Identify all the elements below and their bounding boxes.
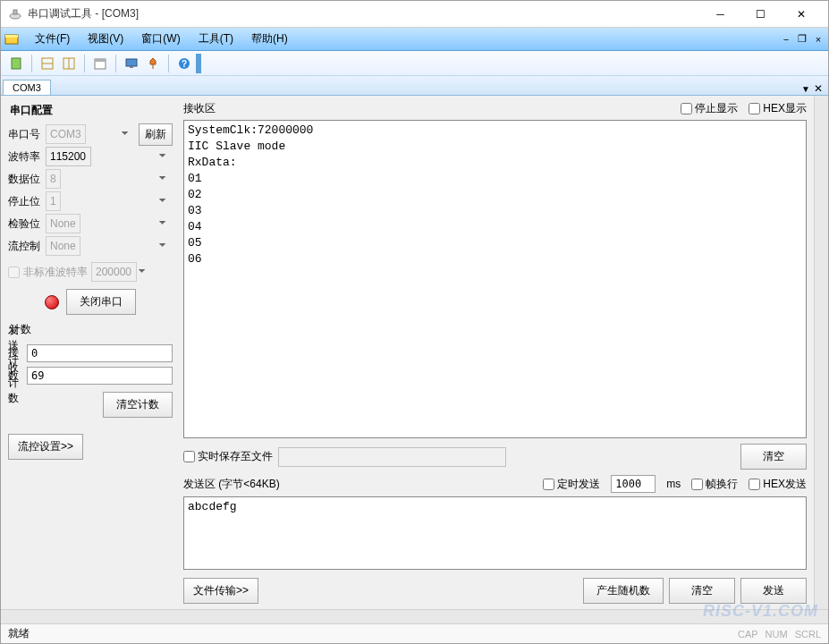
send-textarea[interactable]: abcdefg — [183, 496, 807, 570]
hex-display-label: HEX显示 — [763, 101, 807, 116]
flowctrl-select[interactable]: None — [46, 236, 80, 256]
flowctrl-label: 流控制 — [8, 239, 46, 254]
custom-baud-checkbox[interactable] — [8, 267, 20, 278]
receive-group: 接收区 停止显示 HEX显示 SystemClk:72000000 IIC Sl… — [183, 101, 807, 438]
separator — [31, 55, 32, 72]
count-title: 计数 — [10, 322, 173, 337]
mdi-close-button[interactable]: × — [812, 33, 825, 46]
app-icon — [8, 7, 22, 21]
svg-rect-3 — [5, 35, 18, 38]
separator — [168, 55, 169, 72]
custom-baud-label: 非标准波特率 — [23, 265, 88, 280]
hex-display-checkbox[interactable] — [749, 103, 760, 114]
save-path-input[interactable] — [278, 447, 506, 467]
send-buttons: 文件传输>> 产生随机数 清空 发送 — [183, 578, 807, 604]
config-title: 串口配置 — [10, 103, 173, 118]
hex-send-label: HEX发送 — [763, 477, 807, 492]
clear-count-button[interactable]: 清空计数 — [103, 392, 173, 418]
parity-select[interactable]: None — [46, 214, 80, 233]
parity-label: 检验位 — [8, 216, 46, 232]
statusbar: 就绪 CAP NUM SCRL — [1, 623, 828, 643]
window-title: 串口调试工具 - [COM3] — [28, 6, 700, 21]
tab-dropdown-icon[interactable]: ▼ — [801, 84, 810, 94]
mdi-minimize-button[interactable]: − — [780, 33, 792, 46]
tool-display-icon[interactable] — [122, 54, 141, 73]
tool-layout2-icon[interactable] — [59, 54, 79, 73]
separator — [115, 55, 116, 72]
timer-unit-label: ms — [666, 478, 681, 490]
mdi-restore-button[interactable]: ❐ — [796, 33, 808, 46]
right-panel: 接收区 停止显示 HEX显示 SystemClk:72000000 IIC Sl… — [180, 96, 814, 609]
menu-file[interactable]: 文件(F) — [26, 30, 79, 48]
svg-text:?: ? — [182, 59, 187, 69]
tool-help-icon[interactable]: ? — [174, 54, 194, 73]
save-file-checkbox[interactable] — [183, 451, 195, 462]
close-port-button[interactable]: 关闭串口 — [66, 289, 136, 315]
tool-new-icon[interactable] — [6, 54, 26, 73]
tabbar: COM3 ▼ ✕ — [1, 76, 828, 96]
receive-clear-button[interactable]: 清空 — [740, 444, 807, 470]
timer-send-checkbox[interactable] — [543, 479, 554, 490]
rx-count-input[interactable] — [27, 367, 173, 385]
tool-layout1-icon[interactable] — [38, 54, 57, 73]
titlebar: 串口调试工具 - [COM3] ─ ☐ ✕ — [1, 1, 828, 28]
svg-rect-12 — [130, 66, 133, 68]
status-num: NUM — [766, 629, 788, 640]
refresh-button[interactable]: 刷新 — [139, 123, 173, 146]
timer-value-input[interactable] — [611, 475, 656, 493]
send-button[interactable]: 发送 — [740, 578, 807, 604]
databits-label: 数据位 — [8, 172, 46, 187]
stop-display-checkbox[interactable] — [681, 103, 692, 114]
send-group: 发送区 (字节<64KB) 定时发送 ms 帧换行 HEX发送 abcdefg — [183, 475, 807, 572]
stop-display-label: 停止显示 — [695, 101, 738, 116]
status-text: 就绪 — [8, 626, 30, 641]
status-scrl: SCRL — [795, 629, 821, 640]
tab-close-icon[interactable]: ✕ — [814, 82, 823, 95]
menu-tools[interactable]: 工具(T) — [190, 30, 242, 48]
menubar: 文件(F) 视图(V) 窗口(W) 工具(T) 帮助(H) − ❐ × — [1, 28, 828, 51]
minimize-button[interactable]: ─ — [700, 1, 740, 27]
vertical-scrollbar[interactable] — [814, 96, 828, 609]
close-button[interactable]: ✕ — [781, 1, 821, 27]
receive-textarea[interactable]: SystemClk:72000000 IIC Slave mode RxData… — [183, 120, 807, 438]
horizontal-scrollbar[interactable] — [1, 609, 828, 623]
send-clear-button[interactable]: 清空 — [669, 578, 735, 604]
port-select[interactable]: COM3 — [46, 124, 86, 144]
baud-label: 波特率 — [8, 149, 46, 165]
svg-rect-4 — [12, 58, 21, 69]
port-status-indicator — [45, 295, 59, 309]
menu-app-icon — [4, 32, 19, 47]
port-label: 串口号 — [8, 127, 46, 142]
menu-view[interactable]: 视图(V) — [79, 30, 132, 48]
file-transfer-button[interactable]: 文件传输>> — [183, 578, 258, 604]
status-cap: CAP — [738, 629, 758, 640]
flow-settings-button[interactable]: 流控设置>> — [8, 434, 83, 460]
custom-baud-select[interactable]: 200000 — [91, 262, 137, 282]
svg-rect-11 — [126, 59, 137, 66]
toolbar: ? — [1, 51, 828, 76]
svg-rect-10 — [95, 59, 106, 62]
stopbits-label: 停止位 — [8, 194, 46, 209]
save-file-label: 实时保存至文件 — [198, 449, 273, 464]
menu-help[interactable]: 帮助(H) — [242, 30, 297, 48]
tx-count-input[interactable] — [27, 344, 173, 362]
timer-send-label: 定时发送 — [557, 477, 600, 492]
baud-select[interactable]: 115200 — [46, 147, 91, 166]
svg-marker-13 — [150, 58, 156, 64]
maximize-button[interactable]: ☐ — [740, 1, 781, 27]
framewrap-checkbox[interactable] — [691, 479, 703, 490]
hex-send-checkbox[interactable] — [749, 479, 760, 490]
random-button[interactable]: 产生随机数 — [583, 578, 664, 604]
menu-window[interactable]: 窗口(W) — [132, 30, 189, 48]
rx-count-label: 接收计数 — [8, 345, 27, 406]
toolbar-grip-icon — [196, 54, 203, 73]
save-row: 实时保存至文件 清空 — [183, 444, 807, 470]
tool-calendar-icon[interactable] — [90, 54, 110, 73]
separator — [84, 55, 85, 72]
databits-select[interactable]: 8 — [46, 169, 61, 189]
tool-pin-icon[interactable] — [143, 54, 163, 73]
framewrap-label: 帧换行 — [706, 477, 738, 492]
receive-title: 接收区 — [183, 101, 216, 116]
stopbits-select[interactable]: 1 — [46, 191, 61, 211]
tab-com3[interactable]: COM3 — [3, 80, 51, 95]
